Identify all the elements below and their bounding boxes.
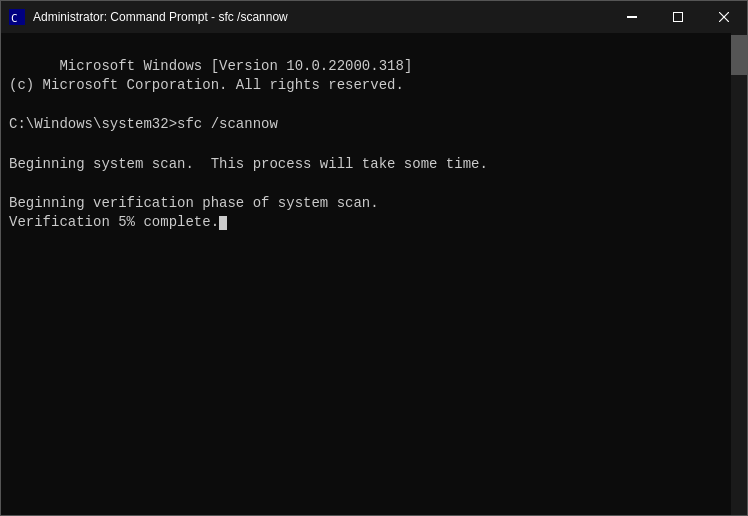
cursor <box>219 216 227 230</box>
svg-rect-2 <box>627 17 637 18</box>
cmd-icon: C <box>9 9 25 25</box>
maximize-button[interactable] <box>655 1 701 33</box>
close-icon <box>719 12 729 22</box>
terminal-body[interactable]: Microsoft Windows [Version 10.0.22000.31… <box>1 33 747 515</box>
scrollbar[interactable] <box>731 33 747 515</box>
title-bar-controls <box>609 1 747 33</box>
terminal-output: Microsoft Windows [Version 10.0.22000.31… <box>9 37 739 253</box>
maximize-icon <box>673 12 683 22</box>
svg-rect-3 <box>674 13 683 22</box>
line-1: Microsoft Windows [Version 10.0.22000.31… <box>9 58 488 231</box>
scrollbar-thumb[interactable] <box>731 35 747 75</box>
title-bar: C Administrator: Command Prompt - sfc /s… <box>1 1 747 33</box>
minimize-icon <box>627 12 637 22</box>
svg-text:C: C <box>11 12 18 25</box>
close-button[interactable] <box>701 1 747 33</box>
cmd-window: C Administrator: Command Prompt - sfc /s… <box>0 0 748 516</box>
minimize-button[interactable] <box>609 1 655 33</box>
